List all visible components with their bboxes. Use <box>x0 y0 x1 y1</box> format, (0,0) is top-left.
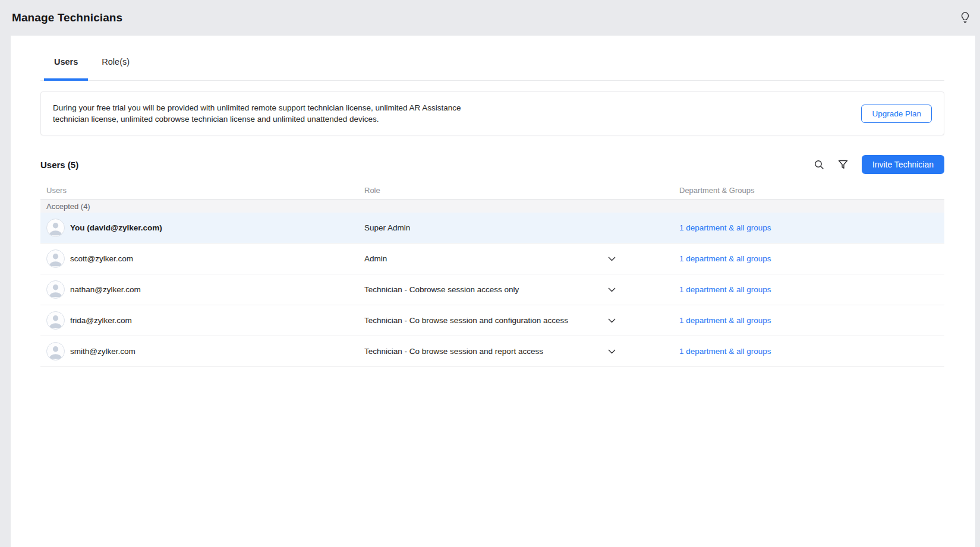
user-name: smith@zylker.com <box>70 347 136 356</box>
top-bar: Manage Technicians <box>0 0 980 36</box>
column-header-role: Role <box>364 186 679 195</box>
avatar <box>46 342 65 361</box>
users-section-header: Users (5) Invite Technician <box>40 155 944 174</box>
user-name: You (david@zylker.com) <box>70 223 162 232</box>
group-header-accepted: Accepted (4) <box>40 199 944 213</box>
user-cell: smith@zylker.com <box>40 342 364 361</box>
dept-groups-link[interactable]: 1 department & all groups <box>679 223 771 232</box>
user-name: nathan@zylker.com <box>70 285 141 294</box>
avatar <box>46 249 65 268</box>
user-cell: frida@zylker.com <box>40 311 364 330</box>
dept-groups-link[interactable]: 1 department & all groups <box>679 285 771 294</box>
user-cell: nathan@zylker.com <box>40 280 364 299</box>
avatar <box>46 280 65 299</box>
main-panel: Users Role(s) During your free trial you… <box>11 36 975 547</box>
role-cell: Super Admin <box>364 223 679 232</box>
tab-bar: Users Role(s) <box>40 36 944 81</box>
upgrade-plan-button[interactable]: Upgrade Plan <box>861 105 932 123</box>
lightbulb-icon[interactable] <box>959 11 972 24</box>
role-cell: Technician - Cobrowse session access onl… <box>364 285 679 294</box>
users-table: Users Role Department & Groups Accepted … <box>40 181 944 367</box>
column-header-users: Users <box>40 186 364 195</box>
role-cell: Technician - Co browse session and confi… <box>364 316 679 325</box>
user-cell: scott@zylker.com <box>40 249 364 268</box>
table-row[interactable]: scott@zylker.com Admin 1 department & al… <box>40 244 944 274</box>
dept-groups-link[interactable]: 1 department & all groups <box>679 347 771 356</box>
section-actions: Invite Technician <box>812 155 944 174</box>
dept-groups-link[interactable]: 1 department & all groups <box>679 316 771 325</box>
tab-users[interactable]: Users <box>44 51 88 81</box>
table-row[interactable]: smith@zylker.com Technician - Co browse … <box>40 336 944 367</box>
table-row[interactable]: You (david@zylker.com) Super Admin 1 dep… <box>40 213 944 244</box>
trial-banner: During your free trial you will be provi… <box>40 91 944 135</box>
role-cell: Admin <box>364 254 679 263</box>
trial-banner-text: During your free trial you will be provi… <box>53 102 475 125</box>
user-cell: You (david@zylker.com) <box>40 219 364 237</box>
chevron-down-icon[interactable] <box>607 347 616 356</box>
table-row[interactable]: frida@zylker.com Technician - Co browse … <box>40 305 944 336</box>
table-header-row: Users Role Department & Groups <box>40 181 944 199</box>
chevron-down-icon[interactable] <box>607 316 616 325</box>
avatar <box>46 311 65 330</box>
role-cell: Technician - Co browse session and repor… <box>364 347 679 356</box>
chevron-down-icon[interactable] <box>607 254 616 264</box>
invite-technician-button[interactable]: Invite Technician <box>862 155 944 174</box>
search-icon[interactable] <box>812 157 827 172</box>
dept-groups-link[interactable]: 1 department & all groups <box>679 254 771 263</box>
user-name: frida@zylker.com <box>70 316 132 325</box>
avatar <box>46 219 65 237</box>
table-row[interactable]: nathan@zylker.com Technician - Cobrowse … <box>40 274 944 305</box>
user-name: scott@zylker.com <box>70 254 133 263</box>
chevron-down-icon[interactable] <box>607 285 616 295</box>
column-header-dept: Department & Groups <box>679 186 944 195</box>
tab-roles[interactable]: Role(s) <box>92 51 140 81</box>
filter-icon[interactable] <box>836 157 851 172</box>
page-title: Manage Technicians <box>12 11 122 24</box>
users-count-title: Users (5) <box>40 160 78 170</box>
